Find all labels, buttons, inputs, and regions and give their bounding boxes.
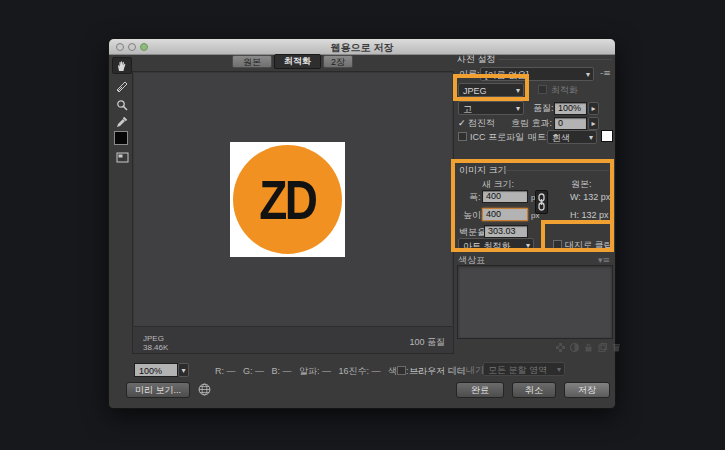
zoom-level-value: 100% — [139, 366, 162, 376]
height-label: 높이: — [463, 210, 484, 221]
slice-select-tool-button[interactable] — [112, 78, 132, 95]
format-select[interactable]: JPEG ▾ — [458, 83, 524, 97]
image-size-section-header: 이미지 크기 — [459, 165, 507, 176]
clip-to-artboard-checkbox[interactable] — [553, 240, 562, 249]
clip-to-artboard-label: 대지로 클립 — [565, 240, 613, 251]
tab-original-label: 원본 — [243, 57, 261, 67]
done-button-label: 완료 — [471, 385, 489, 395]
antialias-select-value: 아트 최적화 — [463, 241, 511, 251]
matte-select[interactable]: 흰색 ▾ — [547, 130, 597, 144]
dropdown-arrow-icon: ▾ — [516, 103, 520, 115]
divider — [498, 59, 612, 60]
toggle-slices-button[interactable] — [112, 149, 132, 166]
hand-tool-button[interactable] — [112, 57, 132, 74]
blur-slider-button[interactable]: ▸ — [588, 117, 599, 130]
preset-name-value: [이름 없음] — [485, 70, 529, 80]
eyedropper-tool-button[interactable] — [112, 113, 132, 130]
preview-quality-label: 100 품질 — [409, 338, 445, 347]
artwork-text: ZD — [259, 167, 315, 232]
zoom-level-select[interactable]: 100% — [134, 363, 178, 377]
dropdown-arrow-icon: ▾ — [526, 240, 530, 252]
dropdown-arrow-icon: ▾ — [557, 364, 561, 376]
matte-select-value: 흰색 — [552, 133, 570, 143]
save-button[interactable]: 저장 — [564, 382, 610, 398]
eyedropper-color-swatch[interactable] — [114, 131, 128, 145]
matte-color-swatch[interactable] — [601, 130, 613, 142]
quality-slider-button[interactable]: ▸ — [588, 102, 599, 115]
percent-input[interactable]: 303.03 — [484, 225, 528, 238]
browser-globe-icon[interactable] — [198, 383, 211, 396]
height-input[interactable]: 400 — [482, 208, 528, 221]
dropdown-arrow-icon: ▾ — [181, 366, 185, 375]
done-button[interactable]: 완료 — [456, 382, 504, 398]
format-select-value: JPEG — [463, 86, 487, 96]
preset-name-label: 이름: — [459, 69, 480, 80]
delete-icon[interactable] — [612, 343, 621, 352]
cancel-button[interactable]: 취소 — [512, 382, 556, 398]
preset-menu-icon[interactable]: -≡ — [600, 68, 611, 79]
blur-label: 흐림 효과: — [511, 118, 552, 129]
zoom-level-arrow-button[interactable]: ▾ — [178, 363, 189, 377]
zoom-tool-button[interactable] — [112, 96, 132, 113]
antialias-select[interactable]: 아트 최적화 ▾ — [458, 238, 534, 252]
color-table-area — [457, 265, 613, 339]
transparency-icon[interactable] — [570, 343, 579, 352]
color-readout: R: — G: — B: — 알파: — 16진수: — 색인: — — [215, 366, 420, 377]
dropdown-arrow-icon: ▾ — [586, 69, 590, 81]
progressive-checkmark-icon[interactable]: ✓ — [458, 118, 466, 129]
width-label: 폭: — [469, 192, 481, 203]
divider — [503, 170, 609, 171]
dropdown-arrow-icon: ▾ — [589, 132, 593, 144]
constrain-proportions-button[interactable] — [535, 190, 548, 214]
snap-to-web-icon[interactable] — [556, 343, 565, 352]
arrow-right-icon: ▸ — [591, 104, 595, 113]
blur-input[interactable]: 0 — [554, 117, 587, 130]
new-color-icon[interactable] — [598, 343, 607, 352]
toggle-slices-icon — [116, 152, 129, 163]
artwork-circle: ZD — [233, 145, 342, 254]
tab-original[interactable]: 원본 — [232, 55, 272, 68]
quality-level-select[interactable]: 고 ▾ — [458, 101, 524, 115]
original-height-value: H: 132 px — [570, 210, 609, 221]
width-input[interactable]: 400 — [482, 190, 528, 203]
export-select: 모든 분할 영역 ▾ — [483, 362, 565, 376]
quality-level-value: 고 — [463, 104, 472, 114]
quality-label: 품질: — [533, 103, 554, 114]
tab-2up[interactable]: 2장 — [323, 55, 353, 68]
eyedropper-icon — [116, 116, 128, 128]
desktop-background: { "window": { "title": "웹용으로 저장" }, "tab… — [0, 0, 725, 450]
browser-dither-checkbox[interactable] — [397, 366, 406, 375]
preview-button-label: 미리 보기... — [135, 385, 181, 395]
tab-optimized[interactable]: 최적화 — [274, 54, 321, 69]
original-size-label: 원본: — [571, 179, 592, 190]
export-label: 내보내기: — [448, 365, 487, 376]
preview-canvas[interactable]: ZD — [134, 73, 452, 327]
slice-select-icon — [116, 81, 128, 93]
save-for-web-dialog: 웹용으로 저장 원본 최적화 2장 ZD — [108, 38, 616, 409]
preview-format-label: JPEG — [143, 334, 164, 343]
preset-section-header: 사전 설정 — [457, 54, 496, 65]
optimized-checkbox — [538, 85, 547, 94]
matte-label: 매트: — [528, 132, 549, 143]
magnifier-icon — [116, 99, 128, 111]
preset-name-select[interactable]: [이름 없음] ▾ — [480, 67, 594, 81]
title-bar[interactable]: 웹용으로 저장 — [109, 39, 615, 55]
preview-filesize-label: 38.46K — [143, 343, 168, 352]
cancel-button-label: 취소 — [525, 385, 543, 395]
dropdown-arrow-icon: ▾ — [516, 85, 520, 97]
quality-input[interactable]: 100% — [554, 102, 587, 115]
lock-icon[interactable] — [584, 343, 593, 352]
link-chain-icon — [537, 193, 546, 211]
color-table-buttons — [556, 343, 621, 352]
progressive-label: 점진적 — [468, 118, 495, 129]
new-size-label: 새 크기: — [482, 179, 514, 190]
preview-in-browser-button[interactable]: 미리 보기... — [126, 382, 190, 398]
icc-profile-checkbox[interactable] — [458, 132, 467, 141]
tab-2up-label: 2장 — [331, 57, 345, 67]
arrow-right-icon: ▸ — [591, 119, 595, 128]
icc-profile-label: ICC 프로파일 — [470, 132, 524, 143]
preview-frame: ZD JPEG 38.46K 100 품질 — [132, 71, 454, 354]
artwork-image: ZD — [230, 142, 345, 257]
original-width-value: W: 132 px — [570, 192, 610, 203]
window-title: 웹용으로 저장 — [109, 41, 615, 55]
